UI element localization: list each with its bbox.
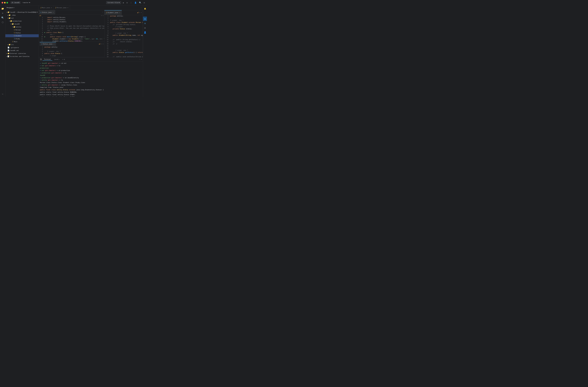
terminal-line: → production git:(master) × cd JavaSE/en… xyxy=(40,77,142,79)
right-icon-notifications[interactable]: 🔔 xyxy=(143,6,147,11)
branch-indicator[interactable]: ⑂ master ▼ xyxy=(22,2,30,3)
main-java-scroll[interactable]: 1 import entity.Person; 2 import entity.… xyxy=(39,17,104,42)
tab-more-button[interactable]: ⋮ xyxy=(139,7,143,9)
right-icon-person[interactable]: 👤 xyxy=(143,30,147,35)
tab-student-java[interactable]: J Student.java × xyxy=(104,10,122,15)
sidebar-icon-folder[interactable]: 📁 xyxy=(0,6,5,11)
terminal-line: production xyxy=(40,67,142,69)
terminal-actions: ⋮ − xyxy=(139,59,142,60)
code-line: 6 // then press Enter. You can now see w… xyxy=(39,27,104,29)
current-file-button[interactable]: Current File ▼ xyxy=(106,1,121,4)
run-icon[interactable]: ▶ xyxy=(123,1,125,4)
tab-local[interactable]: Local × xyxy=(53,58,61,61)
code-line: 3 3 usages new * xyxy=(104,19,143,22)
terminal-line: → JavaSE git:(master) × cd out xyxy=(40,62,142,65)
status-java-header: ⊙ Status.java × ▲1 ∧ ∨ xyxy=(39,42,104,46)
status-java-scroll[interactable]: 1 package entity; 2 3 5 usages new * xyxy=(39,46,104,57)
tree-item-main[interactable]: C Main xyxy=(5,40,39,43)
right-sidebar-icons: 🔔 ◉ ⊡ ⚙ 👤 xyxy=(143,5,147,97)
branch-chevron: ▼ xyxy=(29,2,30,3)
left-editor-pane: ⊙ Status.java × ⋮ ▲1 ∧ ∨ 1 xyxy=(39,10,104,57)
terminal-content[interactable]: → JavaSE git:(master) × cd out → out git… xyxy=(39,62,143,97)
tree-item-idea[interactable]: ▶ 📁 .idea xyxy=(5,14,39,17)
code-line: 8 ▶ public class Main { xyxy=(39,31,104,34)
right-icon-blue2[interactable]: ⊡ xyxy=(143,21,147,25)
local-tab-label: Local xyxy=(54,59,59,60)
code-line: 1 import entity.Person; xyxy=(39,17,104,19)
tree-item-production[interactable]: ▼ 📁 production xyxy=(5,20,39,23)
code-line: 18 public Status getStatus() { return st… xyxy=(104,51,143,54)
code-line: 16 xyxy=(104,47,143,49)
terminal-line: → out git:(master) × cd production xyxy=(40,69,142,72)
project-label[interactable]: JS JavaSE xyxy=(10,1,21,4)
more-actions-icon[interactable]: ⋮ xyxy=(129,1,132,4)
tree-item-ext-libs[interactable]: ▶ 📁 External Libraries xyxy=(5,52,39,55)
right-icon-settings[interactable]: ⚙ xyxy=(143,26,147,30)
sidebar-icon-structure[interactable]: ⬡ xyxy=(0,20,5,24)
tab-person-java[interactable]: J Person.java × xyxy=(54,5,70,10)
close-button[interactable] xyxy=(1,2,3,3)
tree-item-entity[interactable]: ▼ 📁 entity xyxy=(5,25,39,28)
project-panel-header: Project ▼ xyxy=(5,5,39,10)
tab-status-java-inner-close[interactable]: × xyxy=(53,43,54,45)
terminal-line: JavaSE xyxy=(40,74,142,77)
tree-item-study[interactable]: I Study xyxy=(5,37,39,40)
tab-person-close[interactable]: × xyxy=(67,7,68,8)
tree-item-javase-root[interactable]: ▼ 📁 JavaSE ~/Desktop/CS/JavaSE基础/1 Java … xyxy=(5,11,39,14)
build-icon[interactable]: ⚙ xyxy=(126,1,128,4)
terminal-more-icon[interactable]: ⋮ xyxy=(139,59,140,60)
editor-area: J Main.java × J Person.java × ⋮ ⊙ Status… xyxy=(39,5,143,97)
tab-terminal[interactable]: Terminal xyxy=(42,58,52,61)
tree-item-src[interactable]: ▶ 📁 src xyxy=(5,43,39,46)
current-file-chevron: ▼ xyxy=(119,2,120,3)
tree-item-javase-sub[interactable]: ▼ 📁 JavaSE xyxy=(5,23,39,25)
tab-status-close[interactable]: × xyxy=(53,12,53,13)
tree-item-scratches[interactable]: ▶ 📝 Scratches and Consoles xyxy=(5,55,39,58)
tree-item-iml[interactable]: 📄 JavaSE.iml xyxy=(5,49,39,52)
tab-status-java[interactable]: ⊙ Status.java × xyxy=(39,10,55,14)
window-controls[interactable] xyxy=(1,2,8,3)
tab-main-close[interactable]: × xyxy=(51,7,52,8)
code-line: 11 xyxy=(104,36,143,39)
student-java-scroll[interactable]: 1 package entity; 2 3 3 usages new * xyxy=(104,15,143,57)
search-icon[interactable]: 🔍 xyxy=(139,1,142,4)
tab-student-close[interactable]: × xyxy=(119,12,120,13)
local-tab-close[interactable]: × xyxy=(59,59,60,60)
tree-item-student[interactable]: C Student xyxy=(5,34,39,37)
project-panel: Project ▼ ▼ 📁 JavaSE ~/Desktop/CS/JavaSE… xyxy=(5,5,39,97)
titlebar: JS JavaSE ⑂ master ▼ Current File ▼ ▶ ⚙ … xyxy=(0,0,147,5)
code-line: 14 // } xyxy=(104,43,143,45)
tab-status-label: Status.java xyxy=(42,12,52,13)
tree-item-status[interactable]: C Status xyxy=(5,31,39,34)
split-editor: ⊙ Status.java × ⋮ ▲1 ∧ ∨ 1 xyxy=(39,10,143,57)
code-line: 8 xyxy=(104,30,143,32)
tree-item-out[interactable]: ▼ 📁 out xyxy=(5,17,39,20)
sidebar-icon-search[interactable]: 🔍 xyxy=(0,16,5,20)
minimize-button[interactable] xyxy=(4,2,6,3)
tree-item-person[interactable]: C Person xyxy=(5,28,39,31)
code-line: 17 1 usage new * xyxy=(104,49,143,51)
left-tab-more[interactable]: ⋮ xyxy=(101,11,104,13)
right-icon-blue1[interactable]: ◉ xyxy=(143,17,147,21)
maximize-button[interactable] xyxy=(6,2,8,3)
terminal-options-chevron[interactable]: ▼ xyxy=(64,59,65,60)
tab-student-label: Student.java xyxy=(107,12,118,14)
profile-icon[interactable]: 👤 xyxy=(134,1,137,4)
settings-icon[interactable]: ⚙ xyxy=(143,1,145,4)
sidebar-icon-commit[interactable]: ⊙ xyxy=(0,11,5,15)
code-line: 2 xyxy=(104,17,143,19)
add-terminal-button[interactable]: + xyxy=(62,59,63,60)
student-editor-content: 1 package entity; 2 3 3 usages new * xyxy=(104,15,143,57)
code-line: 6 3 usages xyxy=(104,26,143,28)
terminal-minimize-icon[interactable]: − xyxy=(141,59,142,60)
tab-status-java-inner[interactable]: ⊙ Status.java × xyxy=(40,42,56,46)
status-icon: ⊙ xyxy=(41,12,41,13)
tab-main-java[interactable]: J Main.java × xyxy=(39,5,54,10)
terminal-line: public final class entity.Status extends… xyxy=(40,89,142,91)
code-line: 10 public Student(String name, int age, … xyxy=(104,34,143,36)
sidebar-icon-more[interactable]: … xyxy=(0,91,5,96)
code-line: 4 public class Student extends Person im… xyxy=(104,22,143,23)
code-line: 11 Student student = new Student(name: "… xyxy=(39,38,104,40)
branch-name: master xyxy=(23,2,29,3)
tree-item-gitignore[interactable]: 📄 .gitignore xyxy=(5,46,39,49)
